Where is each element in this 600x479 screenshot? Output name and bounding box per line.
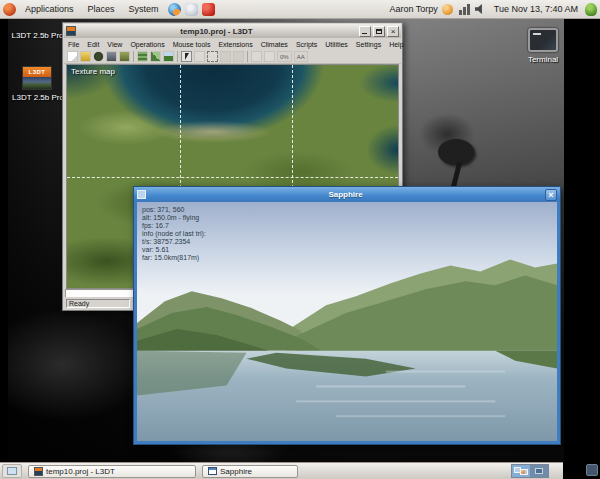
menu-mouse-tools[interactable]: Mouse tools [169,41,215,48]
desktop-icon-l3dt[interactable]: L3DT [22,66,52,90]
applications-menu[interactable]: Applications [18,0,81,18]
map-overlay-label: Texture map [71,67,115,76]
workspace-1[interactable] [512,465,530,477]
help-icon[interactable] [185,3,198,16]
top-panel: Applications Places System Aaron Torpy T… [0,0,600,19]
hud-line: alt: 150.0m - flying [142,214,206,222]
volume-icon[interactable] [475,4,486,15]
desktop-screen: Applications Places System Aaron Torpy T… [0,0,600,479]
sapphire-window: Sapphire × [133,186,561,445]
bottom-taskbar: temp10.proj - L3DT Sapphire [0,462,563,479]
desktop-icon-terminal[interactable] [528,28,558,52]
hud-line: pos: 371, 560 [142,206,206,214]
minimize-button[interactable] [359,26,371,37]
system-menu[interactable]: System [122,0,166,18]
taskbar-item-sapphire[interactable]: Sapphire [202,465,298,478]
hud-line: var: 5.61 [142,246,206,254]
antialias-button[interactable]: AA [294,51,308,62]
default-cursor-icon[interactable] [181,51,192,62]
hud-line: far: 15.0km(817m) [142,254,206,262]
close-button[interactable]: × [387,26,399,37]
taskbar-item-l3dt[interactable]: temp10.proj - L3DT [28,465,196,478]
sapphire-window-title: Sapphire [146,190,545,199]
sapphire-task-icon [208,467,217,475]
trash-icon[interactable] [586,464,598,476]
menu-edit[interactable]: Edit [83,41,103,48]
sapphire-titlebar[interactable]: Sapphire × [134,187,560,202]
save-icon[interactable] [106,51,117,62]
panel-right-area: Aaron Torpy Tue Nov 13, 7:40 AM [389,3,600,16]
mini-window [535,468,543,474]
map-grid-line [67,177,398,178]
network-icon[interactable] [459,4,471,15]
open-icon[interactable] [80,51,91,62]
l3dt-toolbar: 0% AA [64,50,401,64]
plant-icon[interactable] [585,3,597,16]
l3dt-logo-banner: L3DT [23,67,51,77]
l3dt-task-icon [34,467,43,476]
l3dt-menubar: File Edit View Operations Mouse tools Ex… [64,38,401,50]
layers-icon[interactable] [150,51,161,62]
user-switcher-label[interactable]: Aaron Torpy [389,4,437,14]
status-text: Ready [66,299,130,308]
show-desktop-button[interactable] [2,464,22,478]
menu-file[interactable]: File [64,41,83,48]
distro-logo-icon[interactable] [3,3,16,16]
hud-line: fps: 16.7 [142,222,206,230]
export-icon[interactable] [119,51,130,62]
motorcycle-mirror [438,139,474,165]
new-icon[interactable] [67,51,78,62]
menu-help[interactable]: Help [385,41,407,48]
map-list-icon[interactable] [137,51,148,62]
select-icon[interactable] [220,51,231,62]
zoom-window-icon[interactable] [207,51,218,62]
taskbar-item-label: temp10.proj - L3DT [46,467,115,476]
pan-tool-icon[interactable] [194,51,205,62]
maximize-button[interactable] [373,26,385,37]
workspace-2[interactable] [530,465,548,477]
clock-applet[interactable]: Tue Nov 13, 7:40 AM [492,4,580,14]
l3dt-logo-thumbnail [23,77,51,89]
desktop-icon-l3dt-label: L3DT 2.5b Pro [8,93,68,102]
menu-utilities[interactable]: Utilities [321,41,352,48]
menu-extensions[interactable]: Extensions [214,41,256,48]
menu-settings[interactable]: Settings [352,41,385,48]
updates-icon[interactable] [202,3,215,16]
sapphire-close-button[interactable]: × [545,189,557,201]
sapphire-3d-viewport[interactable]: pos: 371, 560 alt: 150.0m - flying fps: … [137,202,557,441]
l3dt-window-title: temp10.proj - L3DT [76,27,357,36]
mini-window-badge [521,470,525,474]
taskbar-item-label: Sapphire [220,467,252,476]
import-icon[interactable] [93,51,104,62]
zoom-percent-button[interactable]: 0% [277,51,292,62]
sapphire-app-icon [137,190,146,199]
workspace-switcher [511,464,549,478]
generate-map-icon[interactable] [163,51,174,62]
terminal-screen-glyph [533,33,541,35]
menu-scripts[interactable]: Scripts [292,41,321,48]
menu-climates[interactable]: Climates [257,41,292,48]
zoom-in-icon[interactable] [251,51,262,62]
hud-line: t/s: 38757.2354 [142,238,206,246]
user-status-icon[interactable] [442,4,453,15]
menu-view[interactable]: View [103,41,126,48]
show-desktop-icon [7,467,17,475]
l3dt-titlebar[interactable]: temp10.proj - L3DT × [64,24,401,38]
places-menu[interactable]: Places [81,0,122,18]
l3dt-app-icon [66,26,76,36]
zoom-out-icon[interactable] [264,51,275,62]
desktop-icon-terminal-label: Terminal [521,55,565,64]
deselect-icon[interactable] [233,51,244,62]
menu-operations[interactable]: Operations [126,41,168,48]
render-hud: pos: 371, 560 alt: 150.0m - flying fps: … [142,206,206,262]
firefox-icon[interactable] [168,3,181,16]
hud-line: info (node of last tri): [142,230,206,238]
